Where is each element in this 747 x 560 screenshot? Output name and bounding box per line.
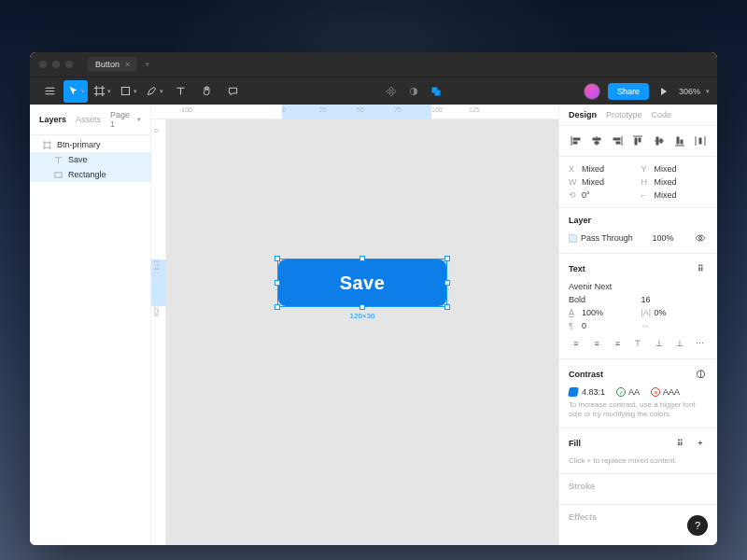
svg-rect-37 [656,137,658,145]
tab-assets[interactable]: Assets [76,115,101,124]
inspector-panel: Design Prototype Code XMixed Y [558,105,717,545]
tab-code[interactable]: Code [652,110,672,119]
resize-handle[interactable] [444,256,450,261]
align-left-icon[interactable] [569,133,584,148]
svg-rect-7 [121,87,129,94]
save-button-shape[interactable]: Save [278,259,446,306]
style-icon[interactable]: ⠿ [693,261,708,276]
layer-row[interactable]: Save [30,152,150,167]
svg-rect-28 [593,138,600,140]
toolbar: ▾ ▾ ▾ ▾ Share 306%▾ [30,77,717,105]
x-field[interactable]: XMixed [569,164,636,174]
w-field[interactable]: WMixed [569,177,636,187]
text-align-right-icon[interactable]: ≡ [610,336,625,351]
file-tab-button[interactable]: Button × [88,57,137,72]
min-dot[interactable] [52,61,60,68]
text-align-middle-icon[interactable]: ⊥ [652,336,667,351]
fill-title: Fill [569,439,581,448]
layer-name: Btn-primary [57,140,101,149]
max-dot[interactable] [65,61,73,68]
size-field[interactable]: 16 [641,295,709,304]
resize-handle[interactable] [444,280,450,286]
component-icon[interactable] [384,84,399,99]
aaa-badge: ✕AAA [651,387,680,397]
visibility-icon[interactable] [693,231,708,245]
distribute-icon[interactable] [693,133,708,148]
svg-rect-32 [616,142,620,144]
frame-tool[interactable]: ▾ [90,80,114,103]
present-icon[interactable] [656,84,671,99]
user-avatar[interactable] [584,83,600,100]
opacity-field[interactable]: 100% [652,233,673,243]
close-tab-icon[interactable]: × [125,60,130,69]
svg-rect-41 [681,140,683,144]
chevron-down-icon: ▾ [81,88,85,95]
resize-handle[interactable] [359,256,365,261]
resize-handle[interactable] [275,280,280,286]
paragraph-field[interactable]: ¶0 [569,321,636,330]
resize-handle[interactable] [275,256,280,261]
tab-prototype[interactable]: Prototype [606,110,642,119]
add-fill-icon[interactable]: + [693,436,708,451]
align-right-icon[interactable] [610,133,625,148]
menu-button[interactable] [37,80,62,103]
letterspacing-field[interactable]: |A|0% [641,308,709,317]
close-dot[interactable] [39,61,47,68]
page-selector[interactable]: Page 1▾ [110,110,141,129]
ruler-tick: 0 [153,129,160,133]
zoom-dropdown[interactable]: 306%▾ [679,87,710,96]
ruler-horizontal[interactable]: -100 0 25 50 75 100 125 [151,105,558,119]
blend-mode-field[interactable]: Pass Through [569,233,633,243]
resize-handle[interactable] [359,304,365,310]
text-more-icon[interactable]: ⋯ [693,336,708,351]
move-tool[interactable]: ▾ [63,80,88,103]
layers-panel: Layers Assets Page 1▾ Btn-primary Save R… [30,105,151,545]
text-align-top-icon[interactable]: ⊤ [630,336,645,351]
weight-field[interactable]: Bold [569,295,636,304]
resize-handle[interactable] [275,304,280,310]
layer-row[interactable]: Btn-primary [30,137,150,152]
text-align-bottom-icon[interactable]: ⊥ [672,336,687,351]
tab-design[interactable]: Design [569,110,597,119]
boolean-icon[interactable] [429,84,444,99]
ruler-tick: 125 [469,106,480,113]
resize-handle[interactable] [444,304,450,310]
pen-tool[interactable]: ▾ [142,80,166,103]
align-top-icon[interactable] [630,133,645,148]
zoom-value: 306% [679,87,700,96]
tab-layers[interactable]: Layers [39,115,66,124]
comment-tool[interactable] [220,80,245,103]
align-bottom-icon[interactable] [672,133,687,148]
autowidth-field[interactable]: ↔ [641,321,709,330]
text-section: Text⠿ Avenir Next Bold 16 A̲100% |A|0% ¶… [559,254,717,359]
text-align-left-icon[interactable]: ≡ [569,336,584,351]
info-icon[interactable]: ⓘ [693,367,708,382]
chevron-down-icon: ▾ [160,88,163,95]
canvas[interactable]: Save 120×36 [166,119,558,545]
window-controls[interactable] [39,61,73,68]
selection[interactable]: Save 120×36 [278,259,446,306]
mask-icon[interactable] [406,84,421,99]
contrast-section: Contrastⓘ 4.83:1 ✓AA ✕AAA To increase co… [559,359,717,428]
file-tabs: Button × + [88,57,156,72]
ruler-vertical[interactable]: 0 274 358 [151,119,166,545]
help-button[interactable]: ? [687,515,708,536]
h-field[interactable]: HMixed [641,177,709,187]
style-icon[interactable]: ⠿ [672,436,687,451]
shape-tool[interactable]: ▾ [116,80,140,103]
font-field[interactable]: Avenir Next [569,282,612,291]
titlebar: Button × + [30,52,717,77]
y-field[interactable]: YMixed [641,164,709,174]
layer-row[interactable]: Rectangle [30,167,150,182]
share-button[interactable]: Share [608,83,649,100]
hand-tool[interactable] [194,80,218,103]
text-tool[interactable] [168,80,192,103]
new-tab-button[interactable]: + [139,60,155,69]
align-vcenter-icon[interactable] [652,133,667,148]
contrast-ratio: 4.83:1 [582,387,605,397]
text-align-center-icon[interactable]: ≡ [589,336,604,351]
lineheight-field[interactable]: A̲100% [569,308,636,317]
corner-field[interactable]: ⌐Mixed [641,190,709,200]
align-hcenter-icon[interactable] [589,133,604,148]
rotation-field[interactable]: ⟲0° [569,190,636,200]
